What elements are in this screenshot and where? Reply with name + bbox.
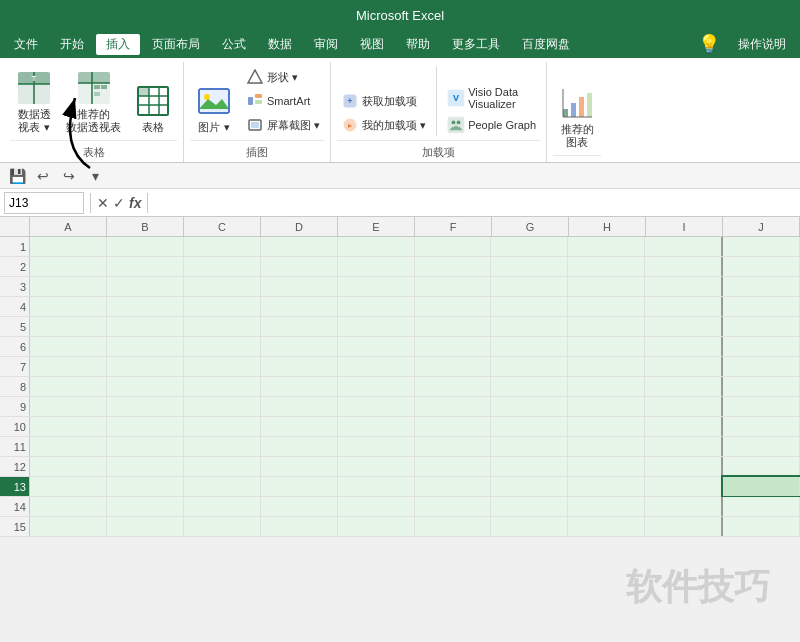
cell-a5[interactable] xyxy=(30,317,107,336)
col-header-e[interactable]: E xyxy=(338,217,415,236)
cell-e1[interactable] xyxy=(338,237,415,256)
row-header-5[interactable]: 5 xyxy=(0,317,30,336)
cell-c12[interactable] xyxy=(184,457,261,476)
cell-j2[interactable] xyxy=(723,257,800,276)
get-addins-button[interactable]: + 获取加载项 xyxy=(337,90,430,112)
cell-b7[interactable] xyxy=(107,357,184,376)
cell-i11[interactable] xyxy=(645,437,723,456)
cell-d4[interactable] xyxy=(261,297,338,316)
cell-c5[interactable] xyxy=(184,317,261,336)
row-header-7[interactable]: 7 xyxy=(0,357,30,376)
cell-g8[interactable] xyxy=(491,377,568,396)
cell-d9[interactable] xyxy=(261,397,338,416)
col-header-j[interactable]: J xyxy=(723,217,800,236)
cell-i8[interactable] xyxy=(645,377,723,396)
cell-b14[interactable] xyxy=(107,497,184,516)
row-header-13[interactable]: 13 xyxy=(0,477,30,496)
cell-b12[interactable] xyxy=(107,457,184,476)
cell-e9[interactable] xyxy=(338,397,415,416)
row-header-3[interactable]: 3 xyxy=(0,277,30,296)
cell-e14[interactable] xyxy=(338,497,415,516)
cell-d1[interactable] xyxy=(261,237,338,256)
cell-h14[interactable] xyxy=(568,497,645,516)
cell-c2[interactable] xyxy=(184,257,261,276)
cell-b9[interactable] xyxy=(107,397,184,416)
cell-g10[interactable] xyxy=(491,417,568,436)
cell-h10[interactable] xyxy=(568,417,645,436)
cell-h15[interactable] xyxy=(568,517,645,536)
row-header-9[interactable]: 9 xyxy=(0,397,30,416)
cell-d12[interactable] xyxy=(261,457,338,476)
my-addins-button[interactable]: ▸ 我的加载项 ▾ xyxy=(337,114,430,136)
cell-i9[interactable] xyxy=(645,397,723,416)
menu-insert[interactable]: 插入 xyxy=(96,34,140,55)
cell-g13[interactable] xyxy=(491,477,568,496)
cell-a9[interactable] xyxy=(30,397,107,416)
menu-page-layout[interactable]: 页面布局 xyxy=(142,34,210,55)
cell-c15[interactable] xyxy=(184,517,261,536)
cell-c10[interactable] xyxy=(184,417,261,436)
cell-j3[interactable] xyxy=(723,277,800,296)
col-header-h[interactable]: H xyxy=(569,217,646,236)
picture-button[interactable]: 图片 ▾ xyxy=(190,79,238,136)
cell-g11[interactable] xyxy=(491,437,568,456)
menu-baidu[interactable]: 百度网盘 xyxy=(512,34,580,55)
cell-b15[interactable] xyxy=(107,517,184,536)
cell-e3[interactable] xyxy=(338,277,415,296)
pivot-table-button[interactable]: T 数据透视表 ▾ xyxy=(10,66,58,136)
cell-e7[interactable] xyxy=(338,357,415,376)
cell-i15[interactable] xyxy=(645,517,723,536)
cell-i13[interactable] xyxy=(645,477,723,496)
cell-j10[interactable] xyxy=(723,417,800,436)
cell-d15[interactable] xyxy=(261,517,338,536)
menu-help[interactable]: 帮助 xyxy=(396,34,440,55)
cell-d14[interactable] xyxy=(261,497,338,516)
cell-j8[interactable] xyxy=(723,377,800,396)
cell-j15[interactable] xyxy=(723,517,800,536)
cell-c7[interactable] xyxy=(184,357,261,376)
cell-g3[interactable] xyxy=(491,277,568,296)
select-all-button[interactable] xyxy=(0,217,30,236)
menu-help-search[interactable]: 操作说明 xyxy=(728,34,796,55)
menu-more-tools[interactable]: 更多工具 xyxy=(442,34,510,55)
cell-c3[interactable] xyxy=(184,277,261,296)
cell-h11[interactable] xyxy=(568,437,645,456)
cell-d11[interactable] xyxy=(261,437,338,456)
cell-a3[interactable] xyxy=(30,277,107,296)
cell-e11[interactable] xyxy=(338,437,415,456)
row-header-6[interactable]: 6 xyxy=(0,337,30,356)
row-header-12[interactable]: 12 xyxy=(0,457,30,476)
save-button[interactable]: 💾 xyxy=(6,165,28,187)
row-header-1[interactable]: 1 xyxy=(0,237,30,256)
col-header-g[interactable]: G xyxy=(492,217,569,236)
cell-c14[interactable] xyxy=(184,497,261,516)
cell-f14[interactable] xyxy=(415,497,492,516)
cell-d7[interactable] xyxy=(261,357,338,376)
row-header-2[interactable]: 2 xyxy=(0,257,30,276)
cell-i6[interactable] xyxy=(645,337,723,356)
cell-e6[interactable] xyxy=(338,337,415,356)
cell-j13[interactable] xyxy=(723,477,800,496)
cell-a11[interactable] xyxy=(30,437,107,456)
cell-j7[interactable] xyxy=(723,357,800,376)
cell-a6[interactable] xyxy=(30,337,107,356)
menu-file[interactable]: 文件 xyxy=(4,34,48,55)
cell-a14[interactable] xyxy=(30,497,107,516)
recommended-charts-button[interactable]: 推荐的图表 xyxy=(553,81,601,151)
row-header-4[interactable]: 4 xyxy=(0,297,30,316)
menu-formula[interactable]: 公式 xyxy=(212,34,256,55)
cell-c4[interactable] xyxy=(184,297,261,316)
shapes-button[interactable]: 形状 ▾ xyxy=(242,66,324,88)
cell-e2[interactable] xyxy=(338,257,415,276)
cell-g6[interactable] xyxy=(491,337,568,356)
cell-f13[interactable] xyxy=(415,477,492,496)
table-button[interactable]: 表格 xyxy=(129,79,177,136)
row-header-10[interactable]: 10 xyxy=(0,417,30,436)
fx-icon[interactable]: fx xyxy=(129,195,141,211)
cell-g9[interactable] xyxy=(491,397,568,416)
cell-g7[interactable] xyxy=(491,357,568,376)
cell-e8[interactable] xyxy=(338,377,415,396)
cell-e13[interactable] xyxy=(338,477,415,496)
redo-button[interactable]: ↪ xyxy=(58,165,80,187)
cell-b4[interactable] xyxy=(107,297,184,316)
